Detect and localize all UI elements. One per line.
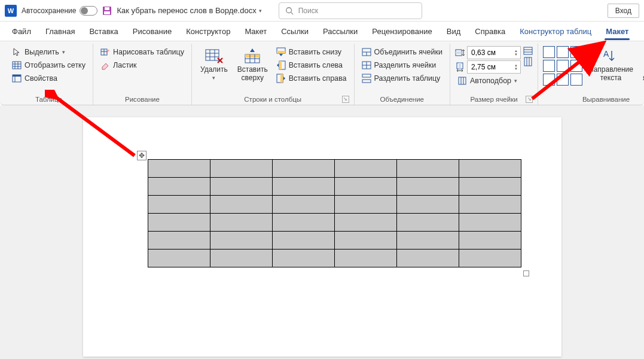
dialog-launcher-icon[interactable]: ↘ — [342, 96, 349, 103]
table-cell[interactable] — [334, 250, 396, 267]
tab-help[interactable]: Справка — [468, 23, 512, 39]
table-cell[interactable] — [210, 178, 272, 196]
svg-rect-5 — [13, 62, 21, 69]
tab-review[interactable]: Рецензирование — [365, 23, 439, 39]
document-page[interactable]: ✥ — [83, 117, 561, 357]
spinner-icon[interactable]: ▲▼ — [514, 63, 518, 71]
table-cell[interactable] — [459, 214, 521, 232]
table-cell[interactable] — [148, 214, 210, 232]
document-area[interactable]: ✥ — [0, 105, 644, 359]
table-cell[interactable] — [396, 160, 459, 178]
properties-button[interactable]: Свойства — [10, 72, 88, 84]
table-cell[interactable] — [396, 196, 459, 214]
table-cell[interactable] — [210, 214, 272, 232]
tab-file[interactable]: Файл — [5, 23, 38, 39]
table-cell[interactable] — [334, 232, 396, 250]
table-cell[interactable] — [334, 160, 396, 178]
table-row[interactable] — [148, 196, 521, 214]
align-top-center[interactable] — [557, 46, 569, 58]
tab-mailings[interactable]: Рассылки — [316, 23, 365, 39]
table-move-handle[interactable]: ✥ — [137, 151, 146, 160]
distribute-rows-icon[interactable] — [523, 46, 533, 56]
table-row[interactable] — [148, 250, 521, 267]
cell-margins-button[interactable]: Поля ячейки — [639, 46, 644, 84]
tab-draw[interactable]: Рисование — [126, 23, 179, 39]
merge-cells-button[interactable]: Объединить ячейки — [359, 46, 445, 58]
row-height-input[interactable]: ▲▼ — [467, 46, 521, 59]
table-cell[interactable] — [210, 232, 272, 250]
align-top-right[interactable] — [570, 46, 582, 58]
table-cell[interactable] — [459, 196, 521, 214]
dialog-launcher-icon[interactable]: ↘ — [526, 96, 533, 103]
table-cell[interactable] — [272, 196, 334, 214]
align-bottom-center[interactable] — [557, 74, 569, 86]
table-cell[interactable] — [334, 196, 396, 214]
table-cell[interactable] — [459, 178, 521, 196]
align-bottom-right[interactable] — [570, 74, 582, 86]
table-cell[interactable] — [396, 250, 459, 267]
document-table[interactable] — [148, 159, 521, 267]
table-cell[interactable] — [148, 232, 210, 250]
insert-right-button[interactable]: Вставить справа — [274, 72, 349, 84]
table-row[interactable] — [148, 232, 521, 250]
split-cells-button[interactable]: Разделить ячейки — [359, 59, 445, 71]
spinner-icon[interactable]: ▲▼ — [514, 49, 518, 56]
text-direction-button[interactable]: A Направление текста — [585, 46, 637, 84]
tab-table-layout[interactable]: Макет — [599, 23, 636, 39]
table-cell[interactable] — [459, 250, 521, 267]
table-cell[interactable] — [210, 160, 272, 178]
table-cell[interactable] — [272, 178, 334, 196]
table-cell[interactable] — [148, 250, 210, 267]
tab-table-design[interactable]: Конструктор таблиц — [512, 23, 599, 39]
insert-above-button[interactable]: Вставить сверху — [234, 46, 271, 84]
table-cell[interactable] — [396, 178, 459, 196]
table-cell[interactable] — [272, 160, 334, 178]
tab-references[interactable]: Ссылки — [274, 23, 316, 39]
align-middle-right[interactable] — [570, 60, 582, 72]
table-cell[interactable] — [396, 214, 459, 232]
table-cell[interactable] — [459, 232, 521, 250]
table-cell[interactable] — [272, 214, 334, 232]
draw-table-button[interactable]: Нарисовать таблицу — [98, 46, 187, 58]
table-cell[interactable] — [148, 196, 210, 214]
table-cell[interactable] — [148, 160, 210, 178]
tab-insert[interactable]: Вставка — [82, 23, 125, 39]
table-cell[interactable] — [334, 178, 396, 196]
table-row[interactable] — [148, 178, 521, 196]
insert-below-button[interactable]: Вставить снизу — [274, 46, 349, 58]
table-cell[interactable] — [334, 214, 396, 232]
login-button[interactable]: Вход — [608, 4, 639, 18]
autofit-button[interactable]: Автоподбор ▾ — [455, 75, 521, 87]
document-title[interactable]: Как убрать перенос слов в Ворде.docx ▾ — [117, 6, 261, 15]
table-cell[interactable] — [396, 232, 459, 250]
table-cell[interactable] — [272, 232, 334, 250]
align-top-left[interactable] — [543, 46, 555, 58]
table-row[interactable] — [148, 160, 521, 178]
split-table-button[interactable]: Разделить таблицу — [359, 72, 445, 84]
tab-design[interactable]: Конструктор — [179, 23, 237, 39]
distribute-cols-icon[interactable] — [523, 57, 533, 66]
autosave-toggle[interactable] — [80, 6, 97, 16]
table-cell[interactable] — [210, 250, 272, 267]
tab-home[interactable]: Главная — [38, 23, 82, 39]
delete-button[interactable]: Удалить ▾ — [197, 46, 231, 83]
tab-view[interactable]: Вид — [439, 23, 468, 39]
table-cell[interactable] — [459, 160, 521, 178]
table-cell[interactable] — [148, 178, 210, 196]
table-cell[interactable] — [272, 250, 334, 267]
insert-left-button[interactable]: Вставить слева — [274, 59, 349, 71]
align-middle-left[interactable] — [543, 60, 555, 72]
table-resize-handle[interactable] — [523, 270, 529, 276]
search-input[interactable]: Поиск — [279, 2, 422, 19]
table-row[interactable] — [148, 214, 521, 232]
select-button[interactable]: Выделить ▾ — [10, 46, 88, 58]
align-bottom-left[interactable] — [543, 74, 555, 86]
autosave-control[interactable]: Автосохранение — [22, 6, 97, 16]
table-cell[interactable] — [210, 196, 272, 214]
column-width-input[interactable]: ▲▼ — [467, 60, 521, 74]
align-middle-center[interactable] — [557, 60, 569, 72]
eraser-button[interactable]: Ластик — [98, 59, 187, 71]
tab-layout[interactable]: Макет — [237, 23, 274, 39]
view-gridlines-button[interactable]: Отобразить сетку — [10, 59, 88, 71]
save-icon[interactable] — [102, 6, 112, 16]
